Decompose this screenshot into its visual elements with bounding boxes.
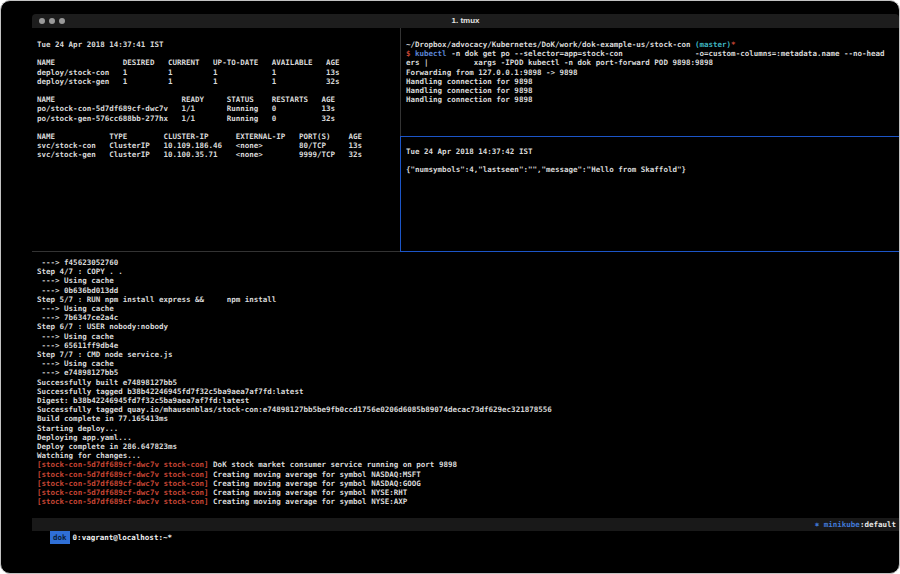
- terminal-line: Step 5/7 : RUN npm install express && np…: [37, 295, 897, 304]
- k8s-context-label: minikube: [819, 520, 860, 529]
- terminal-line: Successfully built e74898127bb5: [37, 378, 897, 387]
- terminal-line: svc/stock-gen ClusterIP 10.100.35.71 <no…: [37, 150, 397, 159]
- terminal-line: Digest: b38b42246945fd7f32c5ba9aea7af7fd…: [37, 396, 897, 405]
- terminal-line: Handling connection for 9898: [406, 77, 897, 86]
- terminal-line: Build complete in 77.165413ms: [37, 414, 897, 423]
- terminal-line: ---> Using cache: [37, 276, 897, 285]
- terminal-line: $ kubectl -n dok get po --selector=app=s…: [406, 49, 897, 58]
- terminal-line: deploy/stock-con 1 1 1 1 13s: [37, 68, 397, 77]
- terminal-line: Watching for changes...: [37, 451, 897, 460]
- terminal-line: Starting deploy...: [37, 424, 897, 433]
- terminal-line: po/stock-gen-576cc688bb-277hx 1/1 Runnin…: [37, 114, 397, 123]
- terminal-window: 1. tmux Tue 24 Apr 2018 14:37:41 ISTNAME…: [0, 0, 900, 574]
- pane-divider-horizontal-active[interactable]: [400, 136, 899, 137]
- terminal-line: ---> Using cache: [37, 332, 897, 341]
- tmux-session-area: Tue 24 Apr 2018 14:37:41 ISTNAME DESIRED…: [32, 28, 899, 518]
- terminal-line: po/stock-con-5d7df689cf-dwc7v 1/1 Runnin…: [37, 104, 397, 113]
- terminal-line: Step 6/7 : USER nobody:nobody: [37, 322, 897, 331]
- terminal-line: Forwarding from 127.0.0.1:9898 -> 9898: [406, 68, 897, 77]
- terminal-line: NAME READY STATUS RESTARTS AGE: [37, 95, 397, 104]
- terminal-line: [stock-con-5d7df689cf-dwc7v stock-con] C…: [37, 479, 897, 488]
- pane-port-forward[interactable]: ~/Dropbox/advocacy/Kubernetes/DoK/work/d…: [406, 40, 897, 104]
- pane-divider-bottom-active[interactable]: [400, 251, 899, 252]
- status-right-section: ⎈ minikube:default: [815, 518, 896, 531]
- terminal-line: [406, 156, 897, 165]
- pane-kubectl-watch[interactable]: Tue 24 Apr 2018 14:37:41 ISTNAME DESIRED…: [37, 40, 397, 160]
- terminal-line: Step 4/7 : COPY . .: [37, 267, 897, 276]
- terminal-line: Deploying app.yaml...: [37, 433, 897, 442]
- terminal-line: ---> 0b636bd013dd: [37, 286, 897, 295]
- terminal-line: Tue 24 Apr 2018 14:37:41 IST: [37, 40, 397, 49]
- terminal-line: [stock-con-5d7df689cf-dwc7v stock-con] C…: [37, 497, 897, 506]
- terminal-line: Successfully tagged b38b42246945fd7f32c5…: [37, 387, 897, 396]
- minimize-button[interactable]: [49, 18, 55, 24]
- terminal-line: deploy/stock-gen 1 1 1 1 32s: [37, 77, 397, 86]
- terminal-line: Step 7/7 : CMD node service.js: [37, 350, 897, 359]
- terminal-line: ---> 7b6347ce2a4c: [37, 313, 897, 322]
- terminal-line: Handling connection for 9898: [406, 95, 897, 104]
- status-window-label[interactable]: 0:vagrant@localhost:~*: [73, 533, 172, 542]
- pane-divider-bottom-inactive[interactable]: [32, 251, 400, 252]
- window-title: 1. tmux: [32, 14, 899, 28]
- terminal-line: NAME DESIRED CURRENT UP-TO-DATE AVAILABL…: [37, 58, 397, 67]
- close-button[interactable]: [39, 18, 45, 24]
- terminal-line: ---> Using cache: [37, 304, 897, 313]
- pane-skaffold-build[interactable]: ---> f45623052760Step 4/7 : COPY . . ---…: [37, 258, 897, 506]
- terminal-line: {"numsymbols":4,"lastseen":"","message":…: [406, 165, 897, 174]
- session-name-badge: dok: [50, 531, 70, 544]
- pane-divider-vertical-active[interactable]: [400, 136, 401, 251]
- terminal-line: ---> f45623052760: [37, 258, 897, 267]
- window-controls: [39, 18, 65, 24]
- zoom-button[interactable]: [59, 18, 65, 24]
- terminal-line: ---> e74898127bb5: [37, 368, 897, 377]
- terminal-line: Tue 24 Apr 2018 14:37:42 IST: [406, 147, 897, 156]
- terminal-line: [37, 86, 397, 95]
- k8s-namespace-label: :default: [860, 520, 896, 529]
- terminal-line: ers | xargs -IPOD kubectl -n dok port-fo…: [406, 58, 897, 67]
- tmux-status-bar: dok0:vagrant@localhost:~* ⎈ minikube:def…: [32, 518, 899, 531]
- terminal-line: [37, 49, 397, 58]
- terminal-line: [stock-con-5d7df689cf-dwc7v stock-con] D…: [37, 460, 897, 469]
- pane-consumer-output[interactable]: Tue 24 Apr 2018 14:37:42 IST{"numsymbols…: [406, 147, 897, 175]
- terminal-line: ---> 65611ff9db4e: [37, 341, 897, 350]
- terminal-line: ~/Dropbox/advocacy/Kubernetes/DoK/work/d…: [406, 40, 897, 49]
- window-titlebar: 1. tmux: [32, 14, 899, 28]
- terminal-line: [stock-con-5d7df689cf-dwc7v stock-con] C…: [37, 470, 897, 479]
- terminal-line: ---> Using cache: [37, 359, 897, 368]
- terminal-line: svc/stock-con ClusterIP 10.109.186.46 <n…: [37, 141, 397, 150]
- terminal-line: Successfully tagged quay.io/mhausenblas/…: [37, 405, 897, 414]
- pane-divider-vertical-inactive[interactable]: [400, 28, 401, 136]
- terminal-line: [stock-con-5d7df689cf-dwc7v stock-con] C…: [37, 488, 897, 497]
- terminal-line: Deploy complete in 286.647823ms: [37, 442, 897, 451]
- terminal-line: NAME TYPE CLUSTER-IP EXTERNAL-IP PORT(S)…: [37, 132, 397, 141]
- terminal-line: [37, 123, 397, 132]
- terminal-line: Handling connection for 9898: [406, 86, 897, 95]
